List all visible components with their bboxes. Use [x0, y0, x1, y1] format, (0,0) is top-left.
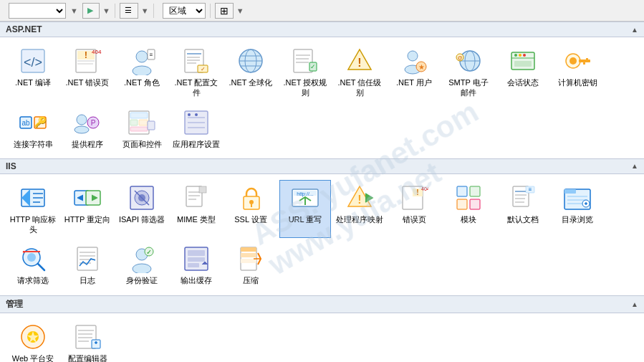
icon-item-default-doc[interactable]: ≡ 默认文档 [497, 180, 549, 239]
icon-item-net-user[interactable]: ★ .NET 用户 [388, 43, 440, 102]
svg-text:ab: ab [21, 119, 30, 127]
icon-item-machine-key[interactable]: 计算机密钥 [552, 43, 603, 102]
groupby-dropdown[interactable]: 区域 [163, 3, 206, 19]
icon-output-cache [182, 244, 211, 273]
icon-label-net-config: .NET 配置文件 [173, 77, 220, 98]
view-dropdown-icon: ▼ [236, 6, 244, 15]
icon-item-log[interactable]: 日志 [62, 241, 113, 289]
icon-item-net-trust[interactable]: ! .NET 信任级别 [334, 43, 385, 102]
icon-label-session: 会话状态 [507, 77, 539, 87]
icon-item-net-config[interactable]: ✓ .NET 配置文件 [170, 43, 222, 102]
icon-dir-browse [563, 184, 592, 212]
icon-request-filter [19, 244, 47, 273]
icon-label-mime-type: MIME 类型 [177, 214, 216, 224]
svg-text:★: ★ [418, 63, 425, 71]
icon-handler-mapping: ! [345, 184, 374, 212]
icon-item-error-page[interactable]: ! 404 错误页 [388, 180, 440, 239]
icon-item-dir-browse[interactable]: 目录浏览 [552, 180, 603, 239]
icon-item-provider[interactable]: P 提供程序 [62, 105, 113, 153]
svg-text:!: ! [357, 194, 361, 206]
svg-point-70 [188, 113, 191, 116]
icon-label-net-global: .NET 全球化 [229, 77, 273, 87]
icon-item-smtp[interactable]: @ SMTP 电子邮件 [443, 43, 494, 102]
svg-text:P: P [91, 119, 96, 127]
icon-item-web-platform[interactable]: Web 平台安装程序 [7, 319, 59, 362]
svg-text:!: ! [357, 57, 361, 69]
icon-mime-type [182, 184, 211, 212]
svg-rect-113 [564, 189, 576, 194]
svg-rect-102 [470, 186, 480, 196]
icon-net-errorpage: ! 404 [73, 47, 102, 75]
icon-item-connection-string[interactable]: ab 🔑 连接字符串 [7, 105, 59, 153]
icon-item-config-editor[interactable]: 配置编辑器 [62, 319, 113, 362]
svg-text:!: ! [416, 189, 418, 196]
icon-label-web-platform: Web 平台安装程序 [9, 353, 57, 362]
svg-point-48 [569, 57, 577, 65]
svg-point-121 [27, 253, 36, 262]
icon-item-ssl-setting[interactable]: SSL 设置 [225, 180, 277, 239]
showall-dropdown-icon: ▼ [141, 6, 149, 15]
icon-item-net-role[interactable]: ≡ .NET 角色 [116, 43, 168, 102]
icon-label-app-setting: 应用程序设置 [173, 139, 220, 149]
icon-label-url-rewrite: URL 重写 [289, 214, 322, 224]
icon-net-compile: </> [19, 47, 47, 75]
section-title-aspnet: ASP.NET [6, 24, 42, 34]
icon-label-provider: 提供程序 [72, 139, 103, 149]
icon-item-module[interactable]: 模块 [443, 180, 494, 239]
icon-label-page-control: 页面和控件 [122, 139, 162, 149]
svg-point-32 [408, 51, 418, 61]
start-button[interactable]: ▶ [82, 3, 100, 19]
view-button[interactable]: ⊞ [215, 3, 234, 19]
start-dropdown-icon: ▼ [102, 6, 110, 15]
svg-text:≡: ≡ [150, 52, 153, 58]
icon-item-page-control[interactable]: 页面和控件 [116, 105, 168, 153]
svg-text:🔑: 🔑 [34, 116, 47, 128]
icon-label-net-compile: .NET 编译 [15, 77, 51, 87]
svg-rect-135 [188, 250, 205, 256]
svg-rect-125 [77, 247, 97, 270]
svg-point-45 [523, 54, 526, 57]
svg-text:✓: ✓ [310, 63, 316, 70]
section-header-aspnet[interactable]: ASP.NET ▲ [0, 22, 644, 37]
icon-item-net-compile[interactable]: </> .NET 编译 [7, 43, 59, 102]
section-header-management[interactable]: 管理 ▲ [0, 295, 644, 313]
main-content: ASP.NET ▲ </> .NET 编译 ! 404 .NET 错误页 ≡ .… [0, 22, 644, 362]
svg-text:@: @ [457, 55, 462, 60]
section-header-iis[interactable]: IIS ▲ [0, 158, 644, 174]
icon-net-auth: ✓ [291, 47, 319, 75]
icon-item-http-redirect[interactable]: HTTP 重定向 [62, 180, 113, 239]
icon-label-log: 日志 [80, 275, 95, 285]
icon-item-handler-mapping[interactable]: ! 处理程序映射 [334, 180, 385, 239]
show-all-button[interactable]: ☰ [120, 3, 138, 19]
icon-item-isapi-filter[interactable]: ISAPI 筛选器 [116, 180, 168, 239]
svg-rect-62 [130, 120, 138, 125]
icon-net-user: ★ [400, 47, 428, 75]
icon-http-redirect [73, 184, 102, 212]
icon-item-mime-type[interactable]: MIME 类型 [170, 180, 222, 239]
icon-item-auth2[interactable]: ✓ 身份验证 [116, 241, 168, 289]
icon-label-net-role: .NET 角色 [124, 77, 160, 87]
icon-item-compress[interactable]: 压缩 [225, 241, 277, 289]
section-title-management: 管理 [6, 298, 23, 310]
section-body-aspnet: </> .NET 编译 ! 404 .NET 错误页 ≡ .NET 角色 ✓ .… [0, 37, 644, 158]
icon-item-request-filter[interactable]: 请求筛选 [7, 241, 59, 289]
icon-label-net-trust: .NET 信任级别 [336, 77, 383, 98]
icon-item-net-global[interactable]: .NET 全球化 [225, 43, 277, 102]
icon-item-url-rewrite[interactable]: http://... URL 重写 [279, 180, 331, 239]
section-iis: IIS ▲ HTTP 响应标头 HTTP 重定向 ISAPI 筛选器 MIME … [0, 158, 644, 295]
icon-item-output-cache[interactable]: 输出缓存 [170, 241, 222, 289]
icon-module [454, 184, 483, 212]
filter-dropdown[interactable] [9, 3, 66, 19]
svg-point-71 [195, 113, 198, 116]
svg-point-9 [133, 66, 151, 75]
svg-rect-49 [579, 59, 590, 62]
icon-item-http-response[interactable]: HTTP 响应标头 [7, 180, 59, 239]
icon-item-app-setting[interactable]: 应用程序设置 [170, 105, 222, 153]
icon-item-session[interactable]: 会话状态 [497, 43, 549, 102]
icon-item-net-auth[interactable]: ✓ .NET 授权规则 [279, 43, 331, 102]
icon-label-http-response: HTTP 响应标头 [9, 214, 57, 235]
icon-label-smtp: SMTP 电子邮件 [445, 77, 492, 98]
icon-machine-key [563, 47, 592, 75]
icon-label-config-editor: 配置编辑器 [68, 353, 107, 362]
icon-item-net-errorpage[interactable]: ! 404 .NET 错误页 [62, 43, 113, 102]
